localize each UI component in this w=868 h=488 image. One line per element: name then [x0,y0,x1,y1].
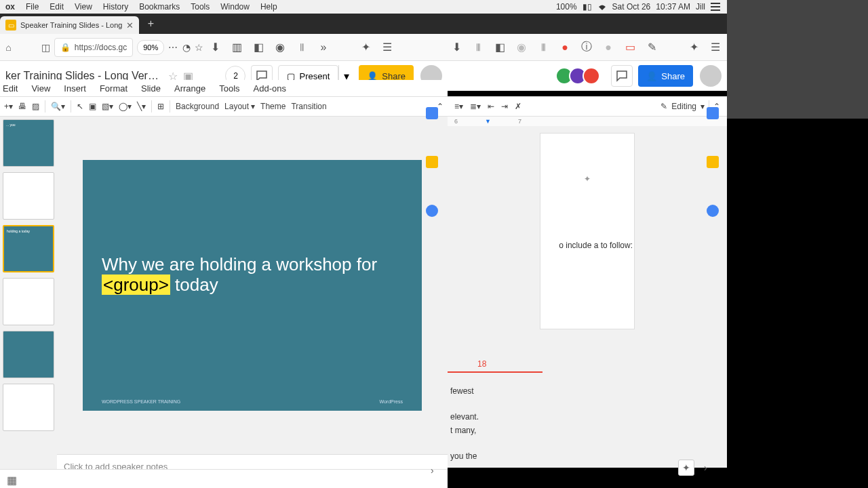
menu2-icon[interactable]: ☰ [708,40,723,55]
tasks-tab-icon[interactable] [426,205,438,217]
zoom-level[interactable]: 90% [137,40,164,55]
select-icon[interactable]: ↖ [77,102,83,111]
menu-window[interactable]: Window [215,2,255,12]
star-icon[interactable]: ☆ [195,40,203,55]
menu-insert[interactable]: Insert [61,83,89,94]
ext3-icon[interactable]: ⦀ [536,40,551,55]
new-slide-button[interactable]: +▾ [4,102,13,111]
docs-next-icon[interactable]: › [704,462,707,473]
url-text: https://docs.gc [75,43,127,52]
thumbnail[interactable]: holding a today [3,225,54,272]
menu-icon[interactable]: ☰ [380,40,395,55]
shape-icon[interactable]: ◯▾ [119,102,132,111]
indent-marker-icon[interactable]: ▼ [485,118,491,125]
thumbnail[interactable]: ... you [3,119,54,167]
account2-icon[interactable]: ◉ [514,40,529,55]
doc-page[interactable]: ✦ o include a to follow: [540,133,635,329]
keep-tab-icon[interactable] [426,156,438,168]
sidebar2-icon[interactable]: ◧ [492,40,507,55]
current-slide[interactable]: Why we are holding a workshop for <group… [83,160,422,411]
grid-view-icon[interactable]: ▦ [7,474,18,485]
bullet-list-icon[interactable]: ≣▾ [470,102,481,111]
next-slide-arrow-icon[interactable]: › [431,465,434,476]
home-icon[interactable]: ⌂ [4,40,13,55]
keep-tab-icon[interactable] [707,156,719,168]
tasks-tab-icon[interactable] [707,205,719,217]
overflow-icon[interactable]: » [316,40,331,55]
ext2-icon[interactable]: ✦ [358,40,373,55]
menu-bookmarks[interactable]: Bookmarks [134,2,185,12]
menu-slide[interactable]: Slide [138,83,163,94]
print-icon[interactable]: 🖶 [18,102,26,111]
ext4-icon[interactable]: ● [557,40,572,55]
more-icon[interactable]: ⋯ [168,40,178,55]
background-button[interactable]: Background [176,102,219,111]
docs-share-button[interactable]: 👤 Share [638,65,693,87]
paint-icon[interactable]: ▨ [32,102,39,111]
menu-view[interactable]: View [28,83,53,94]
calendar-tab-icon[interactable] [426,107,438,119]
download2-icon[interactable]: ⬇ [449,40,464,55]
menu-format[interactable]: Format [97,83,130,94]
collaborators[interactable] [559,67,600,85]
menu-history[interactable]: History [98,2,134,12]
ext7-icon[interactable]: ▭ [623,40,637,55]
menu-edit[interactable]: Edit [0,83,20,94]
menu-tools[interactable]: Tools [216,83,242,94]
line-icon[interactable]: ╲▾ [137,102,146,111]
app-name[interactable]: ox [0,2,20,12]
editing-mode[interactable]: Editing [671,102,696,111]
menu-help[interactable]: Help [255,2,283,12]
url-input[interactable]: 🔒 https://docs.gc [54,38,133,57]
transition-button[interactable]: Transition [291,102,326,111]
new-tab-button[interactable]: + [142,15,159,33]
indent-right-icon[interactable]: ⇥ [501,102,508,111]
account-icon[interactable]: ◉ [273,40,288,55]
sidebar-icon[interactable]: ◧ [251,40,266,55]
ext5-icon[interactable]: ⓘ [579,40,594,55]
ext1-icon[interactable]: ⦀ [294,40,309,55]
menu-edit[interactable]: Edit [44,2,69,12]
thumbnail-panel[interactable]: ... you holding a today [0,117,57,488]
indent-left-icon[interactable]: ⇤ [488,102,494,111]
ext6-icon[interactable]: ● [601,40,616,55]
docs-body[interactable]: ✦ o include a to follow: 18 fewest eleva… [448,126,727,468]
eyedropper-icon[interactable]: ✎ [644,40,659,55]
download-icon[interactable]: ⬇ [208,40,222,55]
slide-title-text[interactable]: Why we are holding a workshop for <group… [102,255,403,296]
tab-close-icon[interactable]: ✕ [126,20,134,30]
collaborator-avatar[interactable] [583,67,600,85]
editing-dropdown-icon[interactable]: ▾ [701,102,705,111]
thumbnail[interactable] [3,172,54,220]
library-icon[interactable]: ▥ [229,40,244,55]
docs-explore-button[interactable]: ✦ [678,460,694,476]
layout-button[interactable]: Layout▾ [224,102,255,111]
ext8-icon[interactable]: ✦ [686,40,701,55]
calendar-tab-icon[interactable] [707,107,719,119]
image-icon[interactable]: ▧▾ [102,102,113,111]
menu-view[interactable]: View [69,2,98,12]
docs-ruler[interactable]: 6 ▼ 7 [448,117,727,126]
thumbnail[interactable] [3,278,54,325]
textbox-icon[interactable]: ▣ [89,102,96,111]
thumbnail[interactable] [3,384,54,431]
theme-button[interactable]: Theme [260,102,285,111]
menu-addons[interactable]: Add-ons [251,83,289,94]
menu-file[interactable]: File [20,2,44,12]
pocket-icon[interactable]: ◔ [182,40,191,55]
user[interactable]: Jill [696,2,705,12]
menu-arrange[interactable]: Arrange [172,83,208,94]
thumbnail[interactable] [3,331,54,378]
docs-comments-button[interactable] [611,65,633,87]
browser-tab[interactable]: ▭ Speaker Training Slides - Long ✕ [0,16,139,34]
numbered-list-icon[interactable]: ≡▾ [454,102,463,111]
zoom-tool[interactable]: 🔍▾ [51,102,65,111]
slide-canvas[interactable]: Why we are holding a workshop for <group… [57,117,448,454]
hamburger-icon[interactable] [711,3,720,11]
docs-user-avatar[interactable] [700,65,722,87]
shield-icon[interactable]: ◫ [41,40,50,55]
library2-icon[interactable]: ⦀ [471,40,486,55]
comment-add-icon[interactable]: ⊞ [157,102,164,111]
clear-format-icon[interactable]: ✗ [515,102,521,111]
menu-tools[interactable]: Tools [185,2,215,12]
